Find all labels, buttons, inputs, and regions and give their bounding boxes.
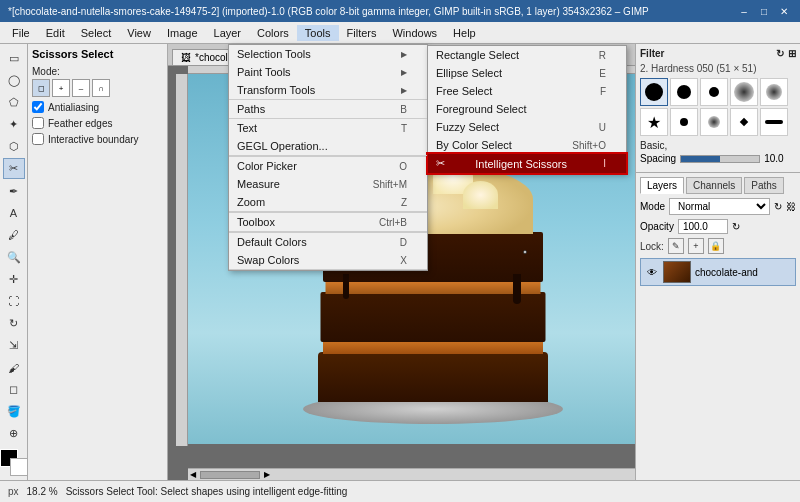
lock-position-icon[interactable]: + [688,238,704,254]
feather-checkbox[interactable] [32,117,44,129]
brush-item-7[interactable] [670,108,698,136]
lock-all-icon[interactable]: 🔒 [708,238,724,254]
layer-row[interactable]: 👁 chocolate-and [640,258,796,286]
menu-select[interactable]: Select [73,25,120,41]
rectangle-select-shortcut: R [599,50,606,61]
sub-ellipse-select[interactable]: Ellipse Select E [428,64,626,82]
menu-item-paint-tools[interactable]: Paint Tools [229,63,427,81]
tab-layers[interactable]: Layers [640,177,684,194]
transform-tools-label: Transform Tools [237,84,315,96]
foreground-background-colors[interactable] [0,449,28,476]
brush-item-4[interactable] [730,78,758,106]
mode-add[interactable]: + [52,79,70,97]
opacity-label: Opacity [640,221,674,232]
lock-label: Lock: [640,241,664,252]
tool-rotate[interactable]: ↻ [3,313,25,334]
sub-foreground-select[interactable]: Foreground Select [428,100,626,118]
sub-rectangle-select[interactable]: Rectangle Select R [428,46,626,64]
layer-mode-select[interactable]: Normal Multiply Screen [669,198,770,215]
fuzzy-select-label: Fuzzy Select [436,121,499,133]
mode-subtract[interactable]: – [72,79,90,97]
tool-scissors[interactable]: ✂ [3,158,25,179]
lock-pixels-icon[interactable]: ✎ [668,238,684,254]
tab-channels[interactable]: Channels [686,177,742,194]
brush-item-10[interactable] [760,108,788,136]
tool-fuzzy-select[interactable]: ✦ [3,114,25,135]
opacity-input[interactable] [678,219,728,234]
menu-windows[interactable]: Windows [384,25,445,41]
brush-refresh-icon[interactable]: ↻ [776,48,784,59]
menu-item-selection-tools[interactable]: Selection Tools Rectangle Select R Ellip… [229,45,427,63]
tool-paintbrush[interactable]: 🖌 [3,357,25,378]
minimize-button[interactable]: – [736,4,752,18]
background-color[interactable] [10,458,28,476]
menu-file[interactable]: File [4,25,38,41]
menu-item-text[interactable]: Text T [229,119,427,137]
brush-grid-icon[interactable]: ⊞ [788,48,796,59]
tool-rect-select[interactable]: ▭ [3,48,25,69]
brushes-panel: Filter ↻ ⊞ 2. Hardness 050 (51 × 51) [636,44,800,173]
sub-fuzzy-select[interactable]: Fuzzy Select U [428,118,626,136]
tool-text[interactable]: A [3,203,25,224]
sub-free-select[interactable]: Free Select F [428,82,626,100]
menu-colors[interactable]: Colors [249,25,297,41]
hscroll-thumb[interactable] [200,471,260,479]
tool-color-picker[interactable]: 🖋 [3,225,25,246]
brush-item-1[interactable] [640,78,668,106]
brush-item-9[interactable] [730,108,758,136]
menu-filters[interactable]: Filters [339,25,385,41]
paths-label: Paths [237,103,265,115]
tool-eraser[interactable]: ◻ [3,379,25,400]
menu-view[interactable]: View [119,25,159,41]
brush-item-2[interactable] [670,78,698,106]
brush-item-6[interactable]: ★ [640,108,668,136]
close-button[interactable]: ✕ [776,4,792,18]
menu-item-default-colors[interactable]: Default Colors D [229,233,427,251]
brush-item-3[interactable] [700,78,728,106]
opacity-refresh-icon[interactable]: ↻ [732,221,740,232]
layer-visibility-icon[interactable]: 👁 [645,265,659,279]
tool-color-select[interactable]: ⬡ [3,136,25,157]
gegl-label: GEGL Operation... [237,140,328,152]
menu-item-measure[interactable]: Measure Shift+M [229,175,427,193]
menu-layer[interactable]: Layer [206,25,250,41]
menu-item-paths[interactable]: Paths B [229,100,427,119]
tool-ellipse-select[interactable]: ◯ [3,70,25,91]
brush-item-8[interactable] [700,108,728,136]
tool-crop[interactable]: ⛶ [3,291,25,312]
menu-item-zoom[interactable]: Zoom Z [229,193,427,212]
tool-free-select[interactable]: ⬠ [3,92,25,113]
tab-paths[interactable]: Paths [744,177,784,194]
menu-edit[interactable]: Edit [38,25,73,41]
menu-image[interactable]: Image [159,25,206,41]
sub-by-color-select[interactable]: By Color Select Shift+O [428,136,626,154]
brush-item-5[interactable] [760,78,788,106]
refresh-icon[interactable]: ↻ [774,201,782,212]
hscroll-right-arrow[interactable]: ▶ [264,470,270,479]
tool-bucket[interactable]: 🪣 [3,401,25,422]
menu-item-toolbox[interactable]: Toolbox Ctrl+B [229,213,427,232]
spacing-slider[interactable] [680,155,760,163]
mode-replace[interactable]: ◻ [32,79,50,97]
rectangle-select-label: Rectangle Select [436,49,519,61]
menu-item-swap-colors[interactable]: Swap Colors X [229,251,427,269]
maximize-button[interactable]: □ [756,4,772,18]
mode-intersect[interactable]: ∩ [92,79,110,97]
tool-scale[interactable]: ⇲ [3,335,25,356]
tool-zoom[interactable]: 🔍 [3,247,25,268]
sub-intelligent-scissors[interactable]: ✂ Intelligent Scissors I [428,154,626,173]
tool-heal[interactable]: ⊕ [3,423,25,444]
mode-label: Mode [640,201,665,212]
antialiasing-checkbox[interactable] [32,101,44,113]
scissors-icon: ✂ [436,157,445,170]
tool-move[interactable]: ✛ [3,269,25,290]
menu-item-color-picker[interactable]: Color Picker O [229,157,427,175]
horizontal-scrollbar[interactable]: ◀ ▶ [188,468,635,480]
menu-tools[interactable]: Tools [297,25,339,41]
tool-paths[interactable]: ✒ [3,180,25,201]
interactive-boundary-checkbox[interactable] [32,133,44,145]
menu-help[interactable]: Help [445,25,484,41]
hscroll-left-arrow[interactable]: ◀ [190,470,196,479]
menu-item-gegl[interactable]: GEGL Operation... [229,137,427,156]
menu-item-transform-tools[interactable]: Transform Tools [229,81,427,99]
